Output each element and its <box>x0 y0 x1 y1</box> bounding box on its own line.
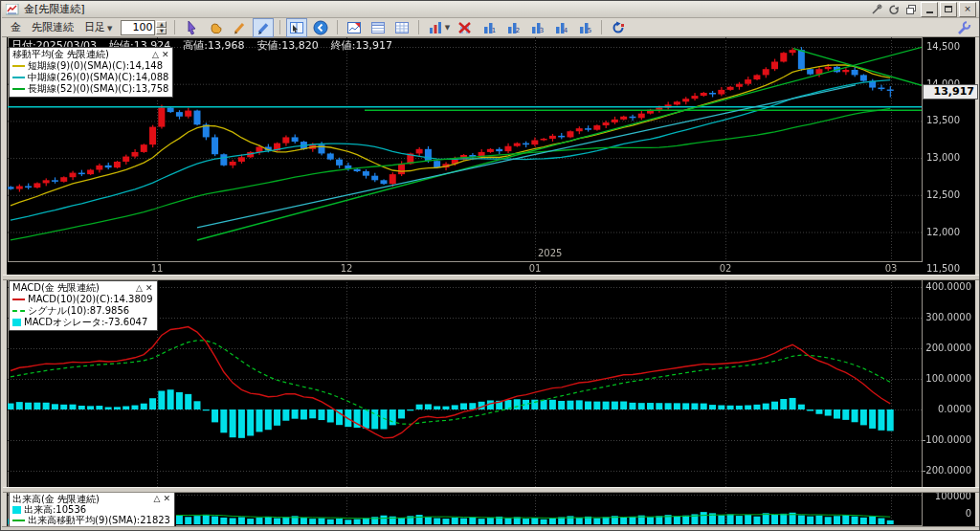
volume-legend-title: 出来高(金 先限連続) <box>12 494 100 504</box>
symbol-selector[interactable]: 金 <box>7 20 25 34</box>
link-window-icon[interactable] <box>886 3 902 15</box>
macd-osc-swatch <box>12 319 21 326</box>
legend-close-button[interactable]: ✕ <box>145 282 153 294</box>
time-axis-tick: 01 <box>529 263 542 274</box>
stepper-up-icon[interactable]: ▲ <box>156 21 167 28</box>
legend-collapse-button[interactable]: △ <box>154 494 161 504</box>
time-axis-tick: 11 <box>151 263 164 274</box>
remove-indicator-button[interactable] <box>455 18 476 37</box>
pencil-draw-icon <box>232 20 247 35</box>
price-axis-tick: 13,500 <box>926 115 960 125</box>
indicator-slot-5-button[interactable]: 5 <box>574 18 595 37</box>
pin-window-icon[interactable] <box>869 3 884 15</box>
close-button[interactable]: × <box>959 2 976 17</box>
ma-long-label: 長期線(52)(0)(SMA)(C):13,758 <box>28 83 168 95</box>
macd-legend-title: MACD(金 先限連続) <box>12 282 100 294</box>
jump-latest-icon <box>313 20 328 35</box>
cursor-select-button[interactable] <box>181 18 202 37</box>
stepper-down-icon[interactable]: ▼ <box>156 28 167 34</box>
refresh-icon <box>611 20 626 35</box>
info-close: 終値:13,917 <box>331 38 392 53</box>
minimize-icon <box>926 11 933 13</box>
marker-draw-icon <box>256 20 271 35</box>
legend-collapse-button[interactable]: △ <box>152 49 159 60</box>
maximize-button[interactable] <box>940 2 957 17</box>
chevron-down-icon: ▼ <box>107 25 112 33</box>
info-high: 高値:13,968 <box>183 38 244 53</box>
ma-short-label: 短期線(9)(0)(SMA)(C):14,148 <box>28 60 163 72</box>
price-axis-tick: 12,000 <box>926 227 960 237</box>
slot-number: 4 <box>564 27 568 34</box>
price-axis-tick: 12,500 <box>926 189 960 200</box>
jump-latest-button[interactable] <box>310 18 331 37</box>
year-label: 2025 <box>538 248 562 258</box>
grid-single-button[interactable] <box>368 18 389 37</box>
indicator-slot-2-button[interactable]: 2 <box>502 18 523 37</box>
volume-swatch <box>12 506 21 514</box>
indicator-slot-3-button[interactable]: 3 <box>526 18 547 37</box>
macd-signal-swatch <box>12 310 25 312</box>
toolbar-separator <box>601 20 602 34</box>
slot-number: 5 <box>588 27 591 34</box>
contract-selector[interactable]: 先限連続 <box>28 20 78 34</box>
macd-axis-tick: -200.0000 <box>916 465 971 476</box>
toolbar-separator <box>418 20 419 34</box>
legend-close-button[interactable]: ✕ <box>163 494 170 504</box>
legend-close-button[interactable]: ✕ <box>162 49 169 60</box>
crosshair-tracker-icon <box>289 20 304 35</box>
indicator-slot-1-button[interactable]: 1 <box>479 18 500 37</box>
window-title: 金[先限連続] <box>24 2 85 16</box>
chart-type-icon <box>428 20 443 35</box>
grid-multi-button[interactable] <box>391 18 412 37</box>
ma-mid-label: 中期線(26)(0)(SMA)(C):14,088 <box>28 72 168 83</box>
slot-number: 2 <box>516 27 520 34</box>
toolbar-separator <box>174 20 175 34</box>
new-chart-window-button[interactable] <box>344 18 365 37</box>
marker-draw-button[interactable] <box>253 18 274 37</box>
legend-collapse-button[interactable]: △ <box>136 282 143 294</box>
chevron-down-icon: ▼ <box>445 24 450 32</box>
period-selector[interactable]: 日足▼ <box>80 20 116 34</box>
pencil-draw-button[interactable] <box>229 18 250 37</box>
slot-number: 1 <box>492 27 496 34</box>
duplicate-window-icon[interactable] <box>903 3 919 15</box>
last-price-box: 13,917 <box>923 84 978 100</box>
macd-axis-tick: 400.0000 <box>916 281 971 292</box>
settings-wrench-button[interactable] <box>953 18 974 37</box>
volume-legend: 出来高(金 先限連続) △ ✕ 出来高:10536 出来高移動平均(9)(SMA… <box>9 492 175 528</box>
macd-signal-label: シグナル(10):87.9856 <box>28 305 129 317</box>
ma-mid-swatch <box>12 77 25 78</box>
macd-legend: MACD(金 先限連続) △ ✕ MACD(10)(20)(C):14.3809… <box>9 280 158 331</box>
time-axis-tick: 03 <box>885 263 898 274</box>
macd-axis-tick: 300.0000 <box>916 312 971 322</box>
refresh-button[interactable] <box>608 18 629 37</box>
panel-splitter[interactable] <box>3 275 979 280</box>
panel-splitter[interactable] <box>3 487 979 493</box>
grid-multi-icon <box>394 20 410 35</box>
cursor-select-icon <box>184 20 199 35</box>
crosshair-tracker-button[interactable] <box>286 18 307 37</box>
maximize-icon <box>945 6 952 12</box>
chart-type-button[interactable]: ▼ <box>425 18 452 37</box>
macd-axis-tick: 200.0000 <box>916 343 971 353</box>
window-bottom-border <box>2 526 980 531</box>
bar-count-input[interactable]: 100 <box>121 20 155 35</box>
info-low: 安値:13,820 <box>257 38 319 53</box>
macd-line-swatch <box>12 299 25 300</box>
macd-line-label: MACD(10)(20)(C):14.3809 <box>28 294 153 305</box>
volume-ma-swatch <box>12 520 25 521</box>
period-label: 日足 <box>84 21 105 33</box>
toolbar-separator <box>337 20 338 34</box>
time-axis-tick: 12 <box>341 263 353 274</box>
bar-count-stepper[interactable]: 100 ▲▼ <box>121 20 167 35</box>
pan-hand-icon <box>208 20 223 35</box>
time-axis-tick: 02 <box>720 263 732 274</box>
grid-single-icon <box>370 20 386 35</box>
minimize-button[interactable] <box>921 2 938 17</box>
volume-axis-tick: 0 <box>916 508 971 519</box>
pan-hand-button[interactable] <box>205 18 226 37</box>
chart-application-window: 金[先限連続] × 金 先限連続 日足▼ 100 ▲▼ <box>0 0 980 531</box>
new-chart-window-icon <box>346 20 362 35</box>
indicator-slot-4-button[interactable]: 4 <box>550 18 571 37</box>
app-chart-icon <box>5 3 20 15</box>
